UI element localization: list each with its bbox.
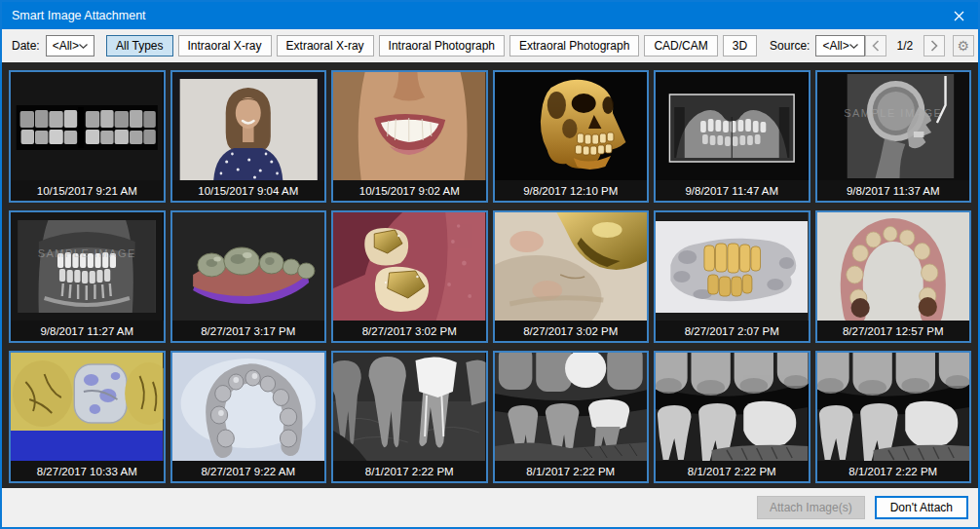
- image-thumbnail: [172, 212, 325, 321]
- image-thumbnail: [333, 212, 486, 321]
- filter-all-types[interactable]: All Types: [106, 35, 172, 57]
- attach-images-button: Attach Image(s): [757, 496, 865, 519]
- date-label: Date:: [12, 39, 40, 53]
- source-dropdown[interactable]: <All>: [815, 35, 864, 57]
- image-thumbnail: [333, 72, 486, 180]
- image-thumbnail: [495, 212, 648, 321]
- chevron-right-icon: [930, 40, 938, 52]
- image-cell-11[interactable]: 8/27/2017 2:07 PM: [654, 210, 810, 343]
- type-filter-group: All TypesIntraoral X-rayExtraoral X-rayI…: [106, 35, 757, 57]
- image-thumbnail: [656, 212, 809, 321]
- image-cell-5[interactable]: 9/8/2017 11:47 AM: [654, 70, 810, 203]
- image-timestamp: 9/8/2017 11:47 AM: [656, 180, 809, 201]
- image-thumbnail: [11, 72, 164, 180]
- image-thumbnail: [11, 353, 164, 461]
- chevron-left-icon: [872, 40, 880, 52]
- image-cell-17[interactable]: 8/1/2017 2:22 PM: [654, 351, 810, 483]
- image-cell-16[interactable]: 8/1/2017 2:22 PM: [493, 351, 650, 483]
- settings-button[interactable]: ⚙: [953, 35, 974, 57]
- image-timestamp: 8/1/2017 2:22 PM: [817, 461, 970, 481]
- image-cell-7[interactable]: SAMPLE IMAGE9/8/2017 11:27 AM: [9, 210, 166, 343]
- footer-bar: Attach Image(s) Don't Attach: [2, 488, 978, 527]
- next-page-button[interactable]: [923, 35, 945, 57]
- page-indicator: 1/2: [894, 39, 916, 53]
- gear-icon: ⚙: [958, 39, 970, 53]
- image-timestamp: 9/8/2017 12:10 PM: [495, 180, 648, 201]
- image-cell-14[interactable]: 8/27/2017 9:22 AM: [170, 351, 327, 483]
- image-cell-15[interactable]: 8/1/2017 2:22 PM: [331, 351, 488, 483]
- image-timestamp: 8/27/2017 9:22 AM: [172, 461, 325, 481]
- image-timestamp: 8/27/2017 10:33 AM: [11, 461, 164, 481]
- chevron-down-icon: [79, 44, 88, 49]
- image-thumbnail: [656, 353, 809, 461]
- image-timestamp: 8/1/2017 2:22 PM: [656, 461, 809, 481]
- image-cell-18[interactable]: 8/1/2017 2:22 PM: [815, 351, 972, 483]
- image-timestamp: 8/27/2017 3:02 PM: [333, 321, 486, 341]
- image-timestamp: 10/15/2017 9:02 AM: [333, 180, 486, 201]
- image-cell-12[interactable]: 8/27/2017 12:57 PM: [815, 210, 972, 343]
- image-thumbnail: SAMPLE IMAGE: [817, 72, 970, 180]
- image-thumbnail: [495, 72, 648, 180]
- image-grid: 10/15/2017 9:21 AM10/15/2017 9:04 AM10/1…: [2, 62, 978, 488]
- image-timestamp: 8/27/2017 3:02 PM: [495, 321, 648, 341]
- title-bar: Smart Image Attachment: [2, 2, 978, 29]
- image-thumbnail: [495, 353, 648, 461]
- filter-intraoral-photograph[interactable]: Intraoral Photograph: [379, 35, 505, 57]
- date-dropdown[interactable]: <All>: [46, 35, 94, 57]
- filter-extraoral-x-ray[interactable]: Extraoral X-ray: [277, 35, 374, 57]
- image-timestamp: 10/15/2017 9:04 AM: [172, 180, 325, 201]
- window-title: Smart Image Attachment: [2, 9, 939, 22]
- chevron-down-icon: [849, 44, 858, 49]
- image-timestamp: 8/1/2017 2:22 PM: [495, 461, 648, 481]
- image-timestamp: 9/8/2017 11:37 AM: [817, 180, 970, 201]
- dont-attach-button[interactable]: Don't Attach: [875, 496, 968, 519]
- image-timestamp: 8/27/2017 12:57 PM: [817, 321, 970, 341]
- filter-toolbar: Date: <All> All TypesIntraoral X-rayExtr…: [2, 29, 978, 62]
- image-thumbnail: [817, 212, 970, 321]
- image-cell-4[interactable]: 9/8/2017 12:10 PM: [493, 70, 650, 203]
- source-dropdown-value: <All>: [822, 39, 848, 53]
- image-thumbnail: [333, 353, 486, 461]
- image-timestamp: 8/1/2017 2:22 PM: [333, 461, 486, 481]
- image-thumbnail: [172, 353, 325, 461]
- image-thumbnail: [172, 72, 325, 180]
- image-timestamp: 8/27/2017 2:07 PM: [656, 321, 809, 341]
- image-cell-13[interactable]: 8/27/2017 10:33 AM: [9, 351, 166, 483]
- image-timestamp: 9/8/2017 11:27 AM: [11, 321, 164, 341]
- filter-3d[interactable]: 3D: [723, 35, 757, 57]
- image-thumbnail: [656, 72, 809, 180]
- source-label: Source:: [770, 39, 810, 53]
- pagination: 1/2 ⚙: [865, 35, 974, 57]
- image-cell-8[interactable]: 8/27/2017 3:17 PM: [170, 210, 327, 343]
- image-cell-9[interactable]: 8/27/2017 3:02 PM: [331, 210, 488, 343]
- image-cell-2[interactable]: 10/15/2017 9:04 AM: [170, 70, 327, 203]
- image-timestamp: 10/15/2017 9:21 AM: [11, 180, 164, 201]
- image-thumbnail: [817, 353, 970, 461]
- image-thumbnail: SAMPLE IMAGE: [11, 212, 164, 321]
- filter-intraoral-x-ray[interactable]: Intraoral X-ray: [178, 35, 272, 57]
- previous-page-button[interactable]: [865, 35, 886, 57]
- filter-extraoral-photograph[interactable]: Extraoral Photograph: [509, 35, 639, 57]
- image-cell-10[interactable]: 8/27/2017 3:02 PM: [493, 210, 650, 343]
- image-cell-3[interactable]: 10/15/2017 9:02 AM: [331, 70, 488, 203]
- image-timestamp: 8/27/2017 3:17 PM: [172, 321, 325, 341]
- image-cell-1[interactable]: 10/15/2017 9:21 AM: [9, 70, 166, 203]
- smart-image-attachment-dialog: Smart Image Attachment Date: <All> All T…: [0, 0, 980, 529]
- close-icon: [954, 11, 964, 21]
- date-dropdown-value: <All>: [53, 39, 79, 53]
- close-button[interactable]: [939, 2, 978, 29]
- filter-cad-cam[interactable]: CAD/CAM: [644, 35, 717, 57]
- image-cell-6[interactable]: SAMPLE IMAGE9/8/2017 11:37 AM: [815, 70, 972, 203]
